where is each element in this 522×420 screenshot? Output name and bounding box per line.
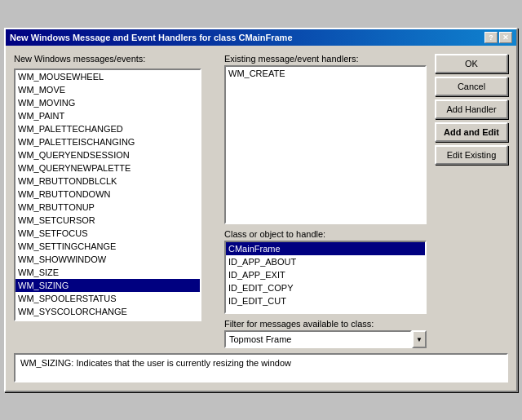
buttons-panel: OK Cancel Add Handler Add and Edit Edit … bbox=[435, 54, 508, 348]
list-item[interactable]: ID_EDIT_CUT bbox=[226, 294, 425, 307]
list-item[interactable]: ID_APP_ABOUT bbox=[226, 255, 425, 268]
list-item[interactable]: WM_SIZE bbox=[15, 266, 200, 279]
main-row: New Windows messages/events: WM_MOUSEWHE… bbox=[14, 54, 508, 348]
close-title-btn[interactable]: ✕ bbox=[499, 32, 512, 43]
edit-existing-button[interactable]: Edit Existing bbox=[435, 145, 508, 165]
list-item[interactable]: WM_SETTINGCHANGE bbox=[15, 240, 200, 253]
list-item[interactable]: WM_SYSCOLORCHANGE bbox=[15, 305, 200, 318]
list-item[interactable]: WM_MOVING bbox=[15, 96, 200, 109]
list-item[interactable]: WM_PALETTEISCHANGING bbox=[15, 135, 200, 148]
list-item[interactable]: WM_MOVE bbox=[15, 83, 200, 96]
list-item[interactable]: ID_APP_EXIT bbox=[226, 268, 425, 281]
help-title-btn[interactable]: ? bbox=[484, 32, 498, 43]
list-item[interactable]: WM_PAINT bbox=[15, 109, 200, 122]
existing-handlers-section: Existing message/event handlers: WM_CREA… bbox=[224, 54, 427, 224]
list-item[interactable]: WM_SETCURSOR bbox=[15, 214, 200, 227]
new-messages-label: New Windows messages/events: bbox=[14, 54, 216, 64]
list-item[interactable]: WM_QUERYENDSESSION bbox=[15, 148, 200, 161]
list-item[interactable]: WM_PALETTECHANGED bbox=[15, 122, 200, 135]
list-item[interactable]: WM_CREATE bbox=[226, 67, 425, 80]
class-object-label: Class or object to handle: bbox=[224, 229, 427, 239]
new-messages-listbox[interactable]: WM_MOUSEWHEEL WM_MOVE WM_MOVING WM_PAINT… bbox=[14, 69, 201, 321]
list-item[interactable]: WM_SHOWWINDOW bbox=[15, 253, 200, 266]
add-and-edit-button[interactable]: Add and Edit bbox=[435, 122, 508, 142]
title-bar: New Windows Message and Event Handlers f… bbox=[6, 29, 516, 46]
filter-label: Filter for messages available to class: bbox=[224, 319, 427, 329]
list-item-selected[interactable]: WM_SIZING bbox=[15, 279, 200, 292]
list-item-selected[interactable]: CMainFrame bbox=[226, 242, 425, 255]
existing-handlers-label: Existing message/event handlers: bbox=[224, 54, 427, 64]
filter-dropdown-arrow[interactable]: ▼ bbox=[412, 330, 427, 348]
list-item[interactable]: WM_SPOOLERSTATUS bbox=[15, 292, 200, 305]
add-handler-button[interactable]: Add Handler bbox=[435, 99, 508, 119]
status-bar: WM_SIZING: Indicates that the user is cu… bbox=[14, 353, 508, 382]
left-panel: New Windows messages/events: WM_MOUSEWHE… bbox=[14, 54, 216, 348]
class-object-listbox[interactable]: CMainFrame ID_APP_ABOUT ID_APP_EXIT ID_E… bbox=[224, 241, 427, 314]
list-item[interactable]: WM_SETFOCUS bbox=[15, 227, 200, 240]
class-object-section: Class or object to handle: CMainFrame ID… bbox=[224, 229, 427, 314]
ok-button[interactable]: OK bbox=[435, 54, 508, 73]
list-item[interactable]: WM_TCARD bbox=[15, 318, 200, 321]
status-text: WM_SIZING: Indicates that the user is cu… bbox=[20, 358, 291, 368]
cancel-button[interactable]: Cancel bbox=[435, 77, 508, 96]
list-item[interactable]: WM_RBUTTONUP bbox=[15, 201, 200, 214]
dialog: New Windows Message and Event Handlers f… bbox=[4, 28, 518, 392]
dialog-body: New Windows messages/events: WM_MOUSEWHE… bbox=[6, 46, 516, 391]
list-item[interactable]: WM_MOUSEWHEEL bbox=[15, 70, 200, 83]
list-item[interactable]: WM_RBUTTONDOWN bbox=[15, 188, 200, 201]
list-item[interactable]: ID_EDIT_COPY bbox=[226, 281, 425, 294]
filter-section: Filter for messages available to class: … bbox=[224, 319, 427, 348]
right-panel-container: Existing message/event handlers: WM_CREA… bbox=[224, 54, 427, 348]
list-item[interactable]: WM_RBUTTONDBLCLK bbox=[15, 175, 200, 188]
filter-input[interactable] bbox=[224, 330, 412, 348]
existing-handlers-listbox[interactable]: WM_CREATE bbox=[224, 65, 427, 224]
title-bar-buttons: ? ✕ bbox=[484, 32, 512, 43]
filter-combo-wrapper: ▼ bbox=[224, 330, 427, 348]
dialog-title: New Windows Message and Event Handlers f… bbox=[10, 33, 293, 42]
list-item[interactable]: WM_QUERYNEWPALETTE bbox=[15, 161, 200, 175]
